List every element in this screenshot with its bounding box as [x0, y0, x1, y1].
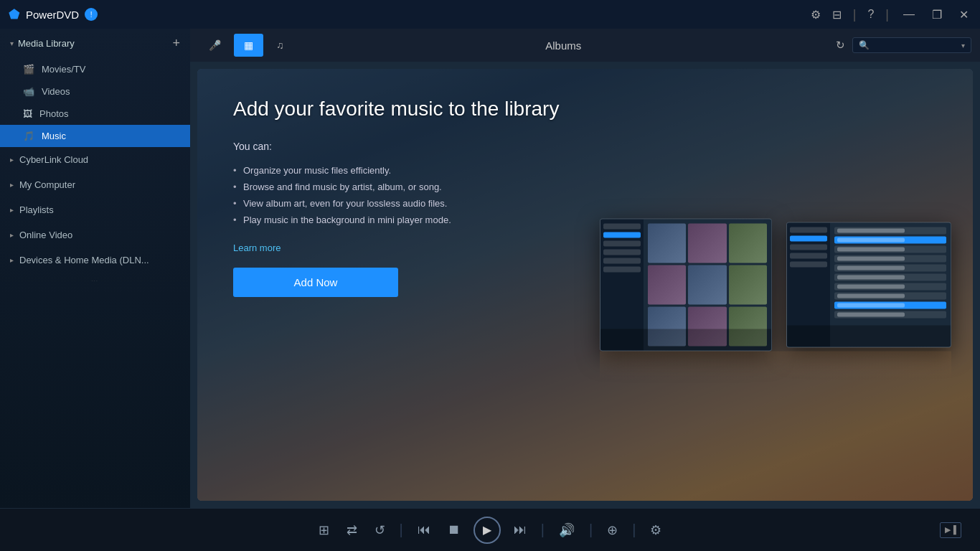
sidebar-item-playlists[interactable]: ▸ Playlists	[0, 197, 190, 222]
hero-screenshots	[600, 219, 951, 352]
minimize-button[interactable]: —	[900, 8, 918, 21]
screenshot-grid	[600, 219, 772, 352]
play-button[interactable]: ▶	[473, 517, 501, 544]
grid-view-button[interactable]: ⊞	[314, 519, 334, 541]
zoom-button[interactable]: ⊕	[603, 519, 622, 541]
hero-section: Add your favorite music to the library Y…	[197, 69, 973, 501]
app-logo: ⬟	[9, 6, 20, 22]
sidebar-item-my-computer[interactable]: ▸ My Computer	[0, 172, 190, 197]
chevron-right-icon5: ▸	[10, 256, 14, 264]
app-title: PowerDVD	[26, 9, 79, 21]
separator2: |	[885, 7, 889, 22]
main-layout: ▾ Media Library + 🎬 Movies/TV 📹 Videos 🖼…	[0, 29, 980, 508]
bullet-item-1: Organize your music files efficiently.	[233, 165, 627, 176]
content-area: 🎤 ▦ ♫ Albums ↻ 🔍 ▾ Add your favorite mus…	[190, 29, 980, 508]
sidebar-item-photos[interactable]: 🖼 Photos	[0, 103, 190, 125]
add-media-button[interactable]: +	[172, 36, 180, 51]
chevron-right-icon2: ▸	[10, 181, 14, 189]
my-computer-label: My Computer	[19, 179, 75, 190]
sidebar-item-music[interactable]: 🎵 Music	[0, 125, 190, 147]
screenshot-list	[786, 222, 951, 348]
sidebar-item-devices-home-media[interactable]: ▸ Devices & Home Media (DLN...	[0, 248, 190, 273]
title-bar-right: ⚙ ⊟ | ? | — ❐ ✕	[811, 7, 971, 22]
settings-icon[interactable]: ⚙	[811, 8, 821, 22]
search-box[interactable]: 🔍 ▾	[852, 37, 971, 53]
online-video-label: Online Video	[19, 230, 72, 240]
separator: |	[853, 7, 857, 22]
maximize-button[interactable]: ❐	[929, 8, 945, 22]
hero-title: Add your favorite music to the library	[233, 98, 627, 121]
close-button[interactable]: ✕	[956, 8, 971, 22]
cyberlink-cloud-label: CyberLink Cloud	[19, 154, 88, 165]
bullet-item-3: View album art, even for your lossless a…	[233, 198, 627, 209]
chevron-right-icon: ▸	[10, 156, 14, 164]
hero-bullet-list: Organize your music files efficiently. B…	[233, 165, 627, 225]
player-settings-button[interactable]: ⚙	[646, 519, 666, 541]
help-icon[interactable]: ?	[867, 8, 874, 21]
sidebar-item-movies-tv[interactable]: 🎬 Movies/TV	[0, 58, 190, 80]
chevron-right-icon3: ▸	[10, 206, 14, 214]
bullet-item-4: Play music in the background in mini pla…	[233, 215, 627, 225]
devices-home-media-label: Devices & Home Media (DLN...	[19, 255, 149, 265]
mini-player-button[interactable]: ▶▐	[940, 522, 961, 538]
player-bar: ⊞ ⇄ ↺ | ⏮ ⏹ ▶ ⏭ | 🔊 | ⊕ | ⚙ ▶▐	[0, 508, 980, 551]
toolbar: 🎤 ▦ ♫ Albums ↻ 🔍 ▾	[190, 29, 980, 62]
notification-badge: !	[85, 8, 98, 21]
learn-more-link[interactable]: Learn more	[233, 242, 627, 253]
add-now-button[interactable]: Add Now	[233, 268, 398, 297]
more-options[interactable]: ···	[0, 273, 190, 288]
minimize-to-tray-icon[interactable]: ⊟	[832, 8, 842, 22]
media-library-header[interactable]: ▾ Media Library +	[0, 29, 190, 58]
search-icon: 🔍	[859, 40, 870, 50]
hero-subtitle: You can:	[233, 141, 627, 152]
title-bar: ⬟ PowerDVD ! ⚙ ⊟ | ? | — ❐ ✕	[0, 0, 980, 29]
sidebar-item-videos[interactable]: 📹 Videos	[0, 80, 190, 103]
stop-button[interactable]: ⏹	[443, 519, 465, 540]
player-separator-4: |	[632, 522, 636, 538]
sidebar-item-photos-label: Photos	[39, 108, 68, 119]
chevron-right-icon4: ▸	[10, 231, 14, 239]
search-dropdown-icon[interactable]: ▾	[961, 42, 965, 50]
player-separator-2: |	[541, 522, 545, 538]
refresh-button[interactable]: ↻	[833, 36, 848, 55]
sidebar: ▾ Media Library + 🎬 Movies/TV 📹 Videos 🖼…	[0, 29, 190, 508]
music-icon: 🎵	[23, 131, 34, 141]
sidebar-item-online-video[interactable]: ▸ Online Video	[0, 222, 190, 248]
sidebar-item-music-label: Music	[42, 131, 66, 141]
chevron-down-icon: ▾	[10, 39, 14, 47]
playlists-label: Playlists	[19, 204, 54, 215]
toolbar-title: Albums	[297, 39, 831, 52]
shuffle-button[interactable]: ⇄	[342, 519, 362, 541]
next-button[interactable]: ⏭	[509, 519, 531, 540]
sidebar-item-movies-tv-label: Movies/TV	[42, 64, 85, 75]
player-separator-1: |	[400, 522, 403, 538]
tab-albums[interactable]: ▦	[234, 34, 263, 57]
title-bar-left: ⬟ PowerDVD !	[9, 6, 98, 22]
sidebar-item-videos-label: Videos	[42, 86, 70, 97]
repeat-button[interactable]: ↺	[370, 519, 390, 541]
player-separator-3: |	[589, 522, 593, 538]
previous-button[interactable]: ⏮	[413, 519, 435, 540]
hero-content: Add your favorite music to the library Y…	[197, 69, 663, 326]
photos-icon: 🖼	[23, 108, 32, 119]
tab-music-note[interactable]: ♫	[266, 34, 294, 57]
movies-tv-icon: 🎬	[23, 64, 34, 75]
videos-icon: 📹	[23, 86, 34, 97]
volume-button[interactable]: 🔊	[555, 519, 579, 541]
toolbar-right: ↻ 🔍 ▾	[833, 36, 971, 55]
sidebar-item-cyberlink-cloud[interactable]: ▸ CyberLink Cloud	[0, 147, 190, 172]
tab-songs[interactable]: 🎤	[199, 34, 231, 57]
media-library-label: Media Library	[18, 38, 75, 49]
bullet-item-2: Browse and find music by artist, album, …	[233, 182, 627, 192]
search-input[interactable]	[872, 40, 958, 50]
